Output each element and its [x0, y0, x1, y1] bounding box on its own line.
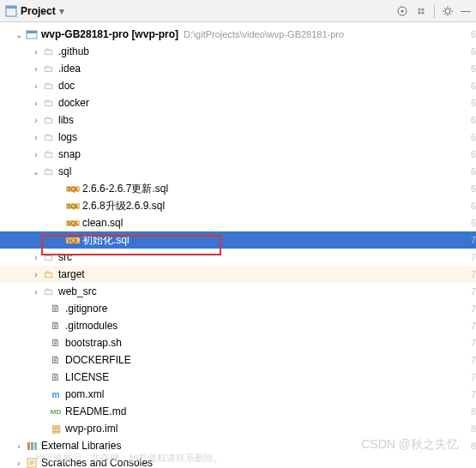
toolbar-title: Project: [21, 5, 56, 17]
root-module: [wvp-pro]: [131, 28, 178, 40]
folder-icon: 🗀: [41, 63, 57, 75]
chevron-right-icon[interactable]: ›: [31, 150, 41, 159]
watermark: CSDN @秋之失忆: [361, 437, 459, 453]
root-path: D:\gitProjects\video\wvp-GB28181-pro: [178, 29, 344, 39]
file-icon: 🗎: [48, 303, 63, 315]
file-bootstrap[interactable]: 🗎bootstrap.sh: [0, 334, 476, 351]
folder-github[interactable]: ›🗀.github: [0, 43, 476, 60]
file-dockerfile[interactable]: 🗎DOCKERFILE: [0, 351, 476, 369]
gear-icon[interactable]: [442, 5, 454, 17]
folder-icon: 🗀: [41, 268, 57, 280]
folder-icon: 🗀: [41, 148, 57, 160]
file-icon: 🗎: [48, 371, 63, 383]
iml-icon: ▦: [48, 423, 63, 435]
sql-icon: SQL: [65, 186, 81, 192]
folder-icon: 🗀: [41, 285, 57, 297]
hide-icon[interactable]: —: [461, 5, 471, 17]
sql-icon: SQL: [65, 220, 81, 226]
file-sql2[interactable]: SQL2.6.8升级2.6.9.sql: [0, 197, 476, 214]
folder-target[interactable]: ›🗀target: [0, 266, 476, 283]
folder-docker[interactable]: ›🗀docker: [0, 94, 476, 111]
chevron-right-icon[interactable]: ›: [31, 287, 41, 297]
svg-rect-6: [27, 31, 37, 33]
file-sql4-selected[interactable]: SQL初始化.sql: [0, 231, 476, 249]
collapse-icon[interactable]: [415, 5, 427, 17]
maven-icon: m: [48, 390, 63, 399]
folder-src[interactable]: ›🗀src: [0, 249, 476, 266]
file-icon: 🗎: [48, 354, 63, 366]
chevron-right-icon[interactable]: ›: [31, 133, 41, 142]
folder-icon: 🗀: [41, 251, 57, 263]
chevron-right-icon[interactable]: ›: [31, 64, 41, 74]
markdown-icon: MD: [48, 408, 63, 416]
sql-icon: SQL: [65, 203, 81, 209]
line-gutter: 6666666666667777777777888: [471, 22, 476, 454]
chevron-down-icon[interactable]: ⌄: [14, 30, 24, 39]
svg-rect-7: [27, 442, 30, 450]
folder-icon: 🗀: [41, 165, 57, 177]
libraries-icon: [24, 440, 39, 452]
folder-icon: 🗀: [41, 45, 57, 57]
project-tree: ⌄ wvp-GB28181-pro [wvp-pro]D:\gitProject…: [0, 22, 476, 468]
folder-icon: 🗀: [41, 80, 57, 92]
target-icon[interactable]: [396, 5, 408, 17]
file-iml[interactable]: ▦wvp-pro.iml: [0, 420, 476, 437]
folder-doc[interactable]: ›🗀doc: [0, 77, 476, 94]
project-icon: [5, 5, 17, 17]
file-readme[interactable]: MDREADME.md: [0, 403, 476, 420]
folder-snap[interactable]: ›🗀snap: [0, 146, 476, 163]
folder-icon: 🗀: [41, 97, 57, 109]
chevron-right-icon[interactable]: ›: [31, 47, 41, 57]
watermark2: 片仅供展示，非存储，如有侵权请联系删除。: [34, 452, 223, 465]
svg-rect-1: [6, 6, 16, 9]
file-license[interactable]: 🗎LICENSE: [0, 369, 476, 386]
file-gitmodules[interactable]: 🗎.gitmodules: [0, 317, 476, 334]
chevron-right-icon[interactable]: ›: [31, 270, 41, 279]
file-icon: 🗎: [48, 320, 63, 332]
chevron-down-icon[interactable]: ⌄: [31, 167, 41, 177]
file-sql3[interactable]: SQLclean.sql: [0, 214, 476, 231]
chevron-right-icon[interactable]: ›: [31, 253, 41, 262]
root-name: wvp-GB28181-pro: [41, 28, 129, 40]
folder-icon: 🗀: [41, 114, 57, 126]
chevron-right-icon[interactable]: ›: [31, 99, 41, 108]
svg-rect-8: [31, 442, 33, 450]
file-gitignore[interactable]: 🗎.gitignore: [0, 300, 476, 317]
svg-rect-9: [34, 442, 37, 450]
file-icon: 🗎: [48, 337, 63, 349]
dropdown-icon[interactable]: ▾: [59, 5, 64, 17]
folder-websrc[interactable]: ›🗀web_src: [0, 283, 476, 300]
folder-libs[interactable]: ›🗀libs: [0, 111, 476, 129]
chevron-right-icon[interactable]: ›: [31, 81, 41, 91]
chevron-right-icon[interactable]: ›: [14, 441, 24, 451]
file-sql1[interactable]: SQL2.6.6-2.6.7更新.sql: [0, 180, 476, 197]
svg-point-4: [445, 9, 450, 14]
chevron-right-icon[interactable]: ›: [31, 116, 41, 125]
file-pom[interactable]: mpom.xml: [0, 386, 476, 403]
divider: [434, 4, 435, 18]
folder-icon: 🗀: [41, 131, 57, 143]
chevron-right-icon[interactable]: ›: [14, 459, 24, 468]
svg-point-3: [401, 9, 404, 12]
module-icon: [24, 28, 39, 40]
root-node[interactable]: ⌄ wvp-GB28181-pro [wvp-pro]D:\gitProject…: [0, 26, 476, 43]
project-toolbar: Project ▾ —: [0, 0, 476, 22]
folder-sql[interactable]: ⌄🗀sql: [0, 163, 476, 180]
sql-icon: SQL: [65, 237, 81, 243]
folder-idea[interactable]: ›🗀.idea: [0, 60, 476, 77]
folder-logs[interactable]: ›🗀logs: [0, 129, 476, 146]
